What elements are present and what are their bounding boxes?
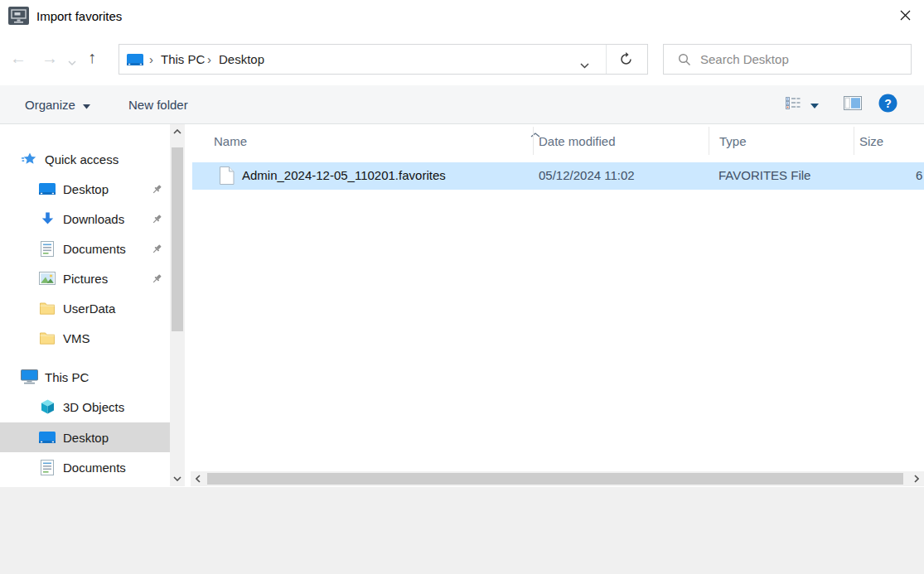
- refresh-button[interactable]: [619, 52, 633, 69]
- command-toolbar: Organize New folder: [0, 85, 924, 124]
- cube-3d-icon: [38, 399, 56, 414]
- sidebar-item-pictures[interactable]: Pictures: [0, 263, 170, 293]
- file-date-modified: 05/12/2024 11:02: [539, 168, 635, 182]
- sidebar-item-desktop-selected[interactable]: Desktop: [0, 422, 170, 452]
- sidebar-item-downloads[interactable]: Downloads: [0, 204, 170, 234]
- address-bar[interactable]: › This PC › Desktop: [119, 44, 648, 75]
- organize-button[interactable]: Organize: [25, 85, 90, 123]
- desktop-location-icon: [127, 54, 143, 69]
- help-icon: ?: [878, 94, 897, 115]
- sidebar-item-this-pc[interactable]: This PC: [0, 362, 170, 392]
- window-title: Import favorites: [36, 9, 122, 23]
- desktop-icon: [38, 183, 56, 195]
- file-type: FAVORITES File: [718, 168, 810, 182]
- pictures-icon: [38, 272, 56, 285]
- back-icon: ←: [10, 49, 27, 67]
- close-icon: [900, 9, 911, 23]
- scroll-right-button[interactable]: [909, 471, 924, 486]
- file-name: Admin_2024-12-05_110201.favorites: [242, 168, 446, 182]
- caret-down-icon: [83, 98, 90, 112]
- file-size: 6: [916, 168, 922, 182]
- breadcrumb-separator: ›: [149, 52, 153, 66]
- column-header-date-modified[interactable]: Date modified: [534, 124, 709, 157]
- pin-icon: [152, 243, 162, 257]
- quick-access-icon: [20, 152, 38, 166]
- search-box: [663, 44, 912, 75]
- app-icon: [8, 7, 30, 29]
- preview-pane-icon: [844, 96, 862, 113]
- sidebar-item-vms[interactable]: VMS: [0, 323, 170, 353]
- pin-icon: [152, 213, 162, 227]
- desktop-icon: [38, 432, 56, 444]
- dialog-footer: File name: Favorites files (*.favorites)…: [0, 487, 924, 574]
- breadcrumb-item-desktop[interactable]: Desktop: [219, 52, 264, 66]
- sidebar-item-desktop-pinned[interactable]: Desktop: [0, 174, 170, 204]
- column-header-type[interactable]: Type: [709, 124, 854, 157]
- scroll-down-button[interactable]: [170, 471, 185, 486]
- title-bar: Import favorites: [0, 0, 924, 33]
- svg-text:?: ?: [884, 97, 892, 110]
- file-row[interactable]: Admin_2024-12-05_110201.favorites 05/12/…: [192, 162, 924, 190]
- caret-down-icon: [810, 98, 819, 112]
- pin-icon: [152, 273, 162, 287]
- breadcrumb-separator: ›: [207, 52, 211, 66]
- preview-pane-button[interactable]: [844, 85, 862, 123]
- folder-icon: [38, 302, 56, 315]
- help-button[interactable]: ?: [878, 85, 897, 123]
- chevron-down-icon: [68, 55, 76, 69]
- sidebar-item-3d-objects[interactable]: 3D Objects: [0, 392, 170, 422]
- sidebar-item-documents-2[interactable]: Documents: [0, 452, 170, 482]
- downloads-icon: [38, 212, 56, 226]
- sidebar-item-userdata[interactable]: UserData: [0, 293, 170, 323]
- import-favorites-dialog: Import favorites ← → ↑: [0, 0, 924, 574]
- scrollbar-thumb[interactable]: [172, 147, 183, 331]
- column-header-size[interactable]: Size: [854, 124, 924, 157]
- forward-icon: →: [41, 49, 58, 67]
- this-pc-icon: [20, 369, 38, 384]
- forward-button[interactable]: →: [41, 47, 58, 69]
- scroll-left-button[interactable]: [191, 471, 206, 486]
- scroll-up-button[interactable]: [170, 124, 185, 139]
- file-icon: [220, 166, 235, 187]
- search-input[interactable]: [664, 45, 911, 74]
- details-view-icon: [786, 97, 801, 112]
- up-icon: ↑: [88, 48, 96, 66]
- sidebar-item-documents-pinned[interactable]: Documents: [0, 234, 170, 263]
- scrollbar-thumb[interactable]: [207, 473, 903, 485]
- back-button[interactable]: ←: [10, 47, 27, 69]
- documents-icon: [38, 460, 56, 475]
- column-header-name[interactable]: Name: [191, 124, 533, 157]
- breadcrumb-item-this-pc[interactable]: This PC: [161, 52, 205, 66]
- new-folder-button[interactable]: New folder: [128, 85, 188, 123]
- sidebar-scrollbar[interactable]: [170, 124, 185, 486]
- up-button[interactable]: ↑: [88, 46, 96, 68]
- address-dropdown-button[interactable]: [580, 57, 589, 71]
- pin-icon: [152, 183, 162, 197]
- sidebar-item-quick-access[interactable]: Quick access: [0, 144, 170, 174]
- refresh-icon: [619, 52, 633, 66]
- view-mode-button[interactable]: [786, 85, 819, 123]
- close-button[interactable]: [890, 2, 920, 30]
- documents-icon: [38, 241, 56, 257]
- divider: [606, 45, 607, 74]
- list-horizontal-scrollbar[interactable]: [191, 471, 924, 486]
- recent-locations-button[interactable]: [68, 55, 76, 69]
- folder-icon: [38, 332, 56, 345]
